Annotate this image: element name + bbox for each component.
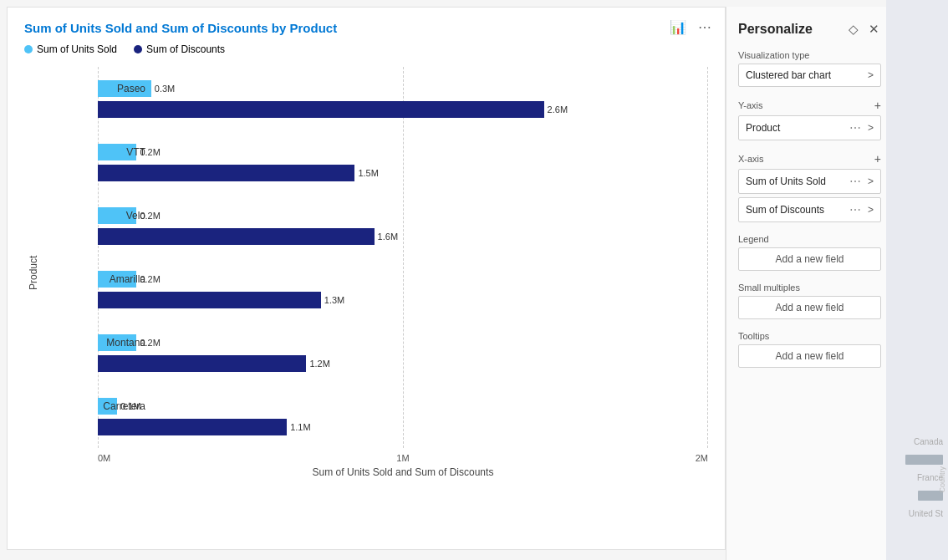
bar-row-discounts-5: 1.1M — [98, 418, 708, 436]
chart-title-text: Sum of Units Sold and Sum of Discounts b… — [24, 21, 290, 35]
main-area: Sum of Units Sold and Sum of Discounts b… — [0, 0, 948, 560]
bg-france-label: France — [889, 473, 943, 482]
x-axis-label: Sum of Units Sold and Sum of Discounts — [39, 466, 708, 478]
chart-toolbar: 📊 ⋯ — [666, 18, 715, 37]
bar-row-discounts-3: 1.3M — [98, 291, 708, 309]
grid-line-2 — [707, 67, 708, 448]
bar-discounts-2 — [98, 228, 375, 245]
tooltips-section: Tooltips Add a new field — [738, 331, 881, 368]
bar-group-paseo: Paseo0.3M2.6M — [98, 79, 708, 119]
bar-row-units-5: Carretera0.1M — [98, 397, 708, 415]
x-tick-0: 0M — [98, 453, 110, 463]
y-axis-chevron-icon: > — [868, 122, 874, 134]
legend-label-units: Sum of Units Sold — [37, 43, 117, 55]
chart-focus-button[interactable]: 📊 — [666, 18, 690, 37]
x-axis-discounts-value: Sum of Discounts — [746, 204, 824, 216]
y-axis-add-icon[interactable]: + — [874, 99, 881, 112]
bg-unitedst-label: United St — [889, 509, 943, 518]
viz-type-value: Clustered bar chart — [746, 69, 831, 81]
small-multiples-label: Small multiples — [738, 283, 881, 293]
bar-row-discounts-1: 1.5M — [98, 164, 708, 182]
legend-item-discounts: Sum of Discounts — [134, 43, 225, 55]
bar-product-label-3: Amarilla — [98, 273, 152, 285]
bar-row-units-4: Montana0.2M — [98, 333, 708, 352]
x-axis-header: X-axis + — [738, 152, 881, 165]
bars-container: Paseo0.3M2.6MVTT0.2M1.5MVelo0.2M1.6MAmar… — [39, 67, 708, 448]
bar-discounts-value-4: 1.2M — [309, 359, 329, 369]
bar-group-velo: Velo0.2M1.6M — [98, 206, 708, 246]
bar-group-vtt: VTT0.2M1.5M — [98, 143, 708, 182]
legend-add-field[interactable]: Add a new field — [738, 247, 881, 271]
small-multiples-section: Small multiples Add a new field — [738, 283, 881, 319]
bar-product-label-1: VTT — [98, 146, 152, 158]
bar-group-amarilla: Amarilla0.2M1.3M — [98, 270, 708, 309]
x-axis: 0M 1M 2M — [39, 453, 708, 463]
y-axis-section-label: Y-axis — [738, 100, 763, 110]
bar-discounts-3 — [98, 292, 321, 308]
bar-row-units-2: Velo0.2M — [98, 206, 708, 225]
x-tick-2: 2M — [696, 453, 708, 463]
legend-label-discounts: Sum of Discounts — [146, 43, 225, 55]
bar-discounts-value-2: 1.6M — [378, 232, 398, 242]
grid-line-1 — [403, 67, 404, 448]
bar-product-label-4: Montana — [98, 337, 152, 349]
y-axis-label: Product — [24, 67, 39, 478]
bar-discounts-value-3: 1.3M — [324, 295, 344, 305]
bg-canada-bar — [889, 455, 943, 465]
legend-dot-units — [24, 45, 33, 53]
bar-product-label-5: Carretera — [98, 400, 152, 412]
x-axis-units-value: Sum of Units Sold — [746, 176, 826, 187]
x-axis-discounts-chevron-icon: > — [868, 204, 874, 216]
x-axis-add-icon[interactable]: + — [874, 152, 881, 165]
bar-discounts-value-0: 2.6M — [548, 104, 568, 115]
x-axis-units-chevron-icon: > — [868, 176, 874, 187]
y-axis-more-icon: ⋯ — [849, 121, 861, 135]
bar-discounts-4 — [98, 355, 306, 372]
viz-type-label: Visualization type — [738, 50, 881, 60]
bar-discounts-value-5: 1.1M — [290, 422, 310, 432]
y-axis-field[interactable]: Product ⋯ > — [738, 115, 881, 140]
x-axis-field-discounts[interactable]: Sum of Discounts ⋯ > — [738, 197, 881, 222]
bar-discounts-5 — [98, 419, 287, 435]
viz-type-field[interactable]: Clustered bar chart > — [738, 64, 881, 87]
chart-container: Sum of Units Sold and Sum of Discounts b… — [7, 7, 726, 550]
bar-discounts-0 — [98, 101, 544, 118]
panel-reset-button[interactable]: ◇ — [847, 20, 860, 38]
bar-group-montana: Montana0.2M1.2M — [98, 333, 708, 373]
bar-units-value-0: 0.3M — [155, 84, 175, 94]
legend-dot-discounts — [134, 45, 142, 53]
y-axis-header: Y-axis + — [738, 99, 881, 112]
chart-plot: Paseo0.3M2.6MVTT0.2M1.5MVelo0.2M1.6MAmar… — [39, 67, 708, 478]
x-axis-field-units[interactable]: Sum of Units Sold ⋯ > — [738, 169, 881, 194]
bar-discounts-value-1: 1.5M — [358, 168, 378, 178]
tooltips-add-field[interactable]: Add a new field — [738, 344, 881, 368]
bar-product-label-0: Paseo — [98, 83, 152, 94]
small-multiples-add-field[interactable]: Add a new field — [738, 296, 881, 319]
panel-close-button[interactable]: ✕ — [867, 20, 881, 38]
bg-country-label: Country — [938, 466, 946, 493]
legend-item-units: Sum of Units Sold — [24, 43, 117, 55]
chart-title: Sum of Units Sold and Sum of Discounts b… — [24, 21, 708, 35]
y-axis-value: Product — [746, 122, 780, 134]
legend-section: Legend Add a new field — [738, 234, 881, 271]
bg-france-bar — [889, 491, 943, 501]
grid-lines — [98, 67, 708, 448]
chart-area: Product Paseo0.3M2.6MVTT0.2M1.5MVelo0.2M… — [24, 67, 708, 478]
background-panel: Canada France United St Country — [886, 0, 948, 560]
x-axis-units-more-icon: ⋯ — [849, 175, 861, 188]
grid-line-0 — [98, 67, 99, 448]
tooltips-label: Tooltips — [738, 331, 881, 341]
bar-row-discounts-2: 1.6M — [98, 227, 708, 246]
panel-title: Personalize — [738, 22, 813, 37]
panel-header: Personalize ◇ ✕ — [738, 20, 881, 38]
bar-group-carretera: Carretera0.1M1.1M — [98, 397, 708, 436]
chart-legend: Sum of Units Sold Sum of Discounts — [24, 43, 708, 55]
x-tick-1: 1M — [396, 453, 409, 463]
personalize-panel: Personalize ◇ ✕ Visualization type Clust… — [726, 7, 893, 560]
chart-title-product: Product — [290, 21, 338, 35]
chart-more-button[interactable]: ⋯ — [695, 18, 715, 37]
x-axis-section: X-axis + Sum of Units Sold ⋯ > Sum of Di… — [738, 152, 881, 222]
bar-row-units-3: Amarilla0.2M — [98, 270, 708, 288]
bar-row-discounts-4: 1.2M — [98, 354, 708, 373]
bg-canada-label: Canada — [889, 437, 943, 446]
